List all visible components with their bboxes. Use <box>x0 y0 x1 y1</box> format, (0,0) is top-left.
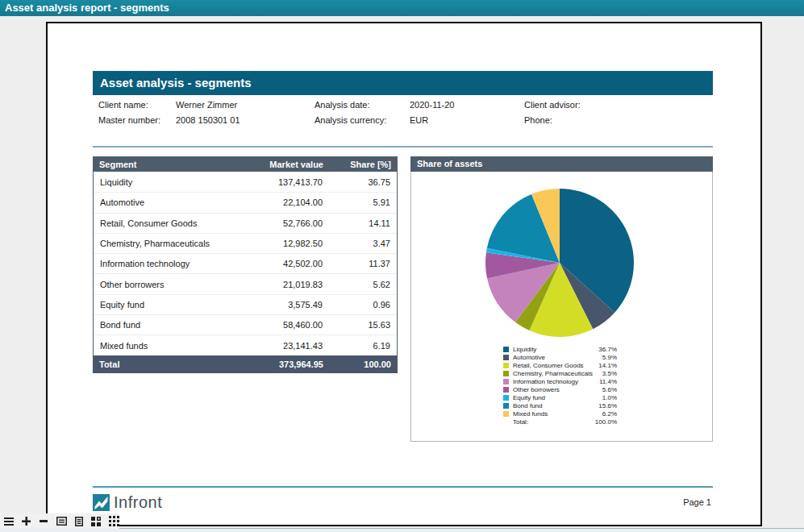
legend-label: Bond fund <box>513 402 581 409</box>
table-cell: 14.11 <box>323 218 397 228</box>
legend-row: Bond fund15.6% <box>503 401 617 409</box>
client-name-label: Client name: <box>98 100 148 111</box>
report-page: Asset analysis - segments Client name: W… <box>46 22 762 526</box>
legend-swatch <box>503 403 509 409</box>
legend-label: Information technology <box>513 378 581 385</box>
fit-width-icon[interactable] <box>56 516 67 527</box>
legend-label: Retail, Consumer Goods <box>513 362 581 369</box>
legend-row: Liquidity36.7% <box>503 345 617 353</box>
phone-label: Phone: <box>524 115 552 127</box>
pie-legend: Liquidity36.7%Automotive5.9%Retail, Cons… <box>503 345 617 426</box>
table-cell: 11.37 <box>323 259 397 268</box>
table-cell: Mixed funds <box>94 341 230 351</box>
table-cell: Equity fund <box>94 300 230 310</box>
two-page-view-icon[interactable] <box>91 516 102 527</box>
table-row: Automotive22,104.005.91 <box>94 192 397 212</box>
table-cell: 21,019.83 <box>230 280 323 289</box>
legend-row: Total:100.0% <box>503 418 617 426</box>
fit-page-icon[interactable] <box>73 516 85 527</box>
table-cell: 3,575.49 <box>230 300 323 310</box>
legend-swatch <box>503 387 509 393</box>
table-cell: Automotive <box>94 197 230 207</box>
segment-table: Segment Market value Share [%] Liquidity… <box>93 156 398 373</box>
table-row: Bond fund58,460.0015.63 <box>94 314 397 335</box>
table-cell: 0.96 <box>323 300 397 310</box>
table-row: Mixed funds23,141.436.19 <box>94 335 397 355</box>
total-label: Total <box>93 360 231 369</box>
legend-percent: 14.1% <box>581 362 617 369</box>
table-cell: 5.91 <box>323 197 397 207</box>
zoom-out-icon[interactable] <box>38 516 49 527</box>
legend-label: Total: <box>513 418 581 426</box>
table-row: Liquidity137,413.7036.75 <box>94 172 397 192</box>
legend-swatch <box>503 411 509 417</box>
legend-row: Chemistry, Pharmaceuticals3.5% <box>503 369 617 377</box>
col-header-share: Share [%] <box>323 160 398 169</box>
col-header-segment: Segment <box>93 160 231 169</box>
table-cell: 12,982.50 <box>230 239 323 248</box>
viewer-toolbar <box>0 513 119 529</box>
multi-page-view-icon[interactable] <box>108 516 119 527</box>
analysis-date-label: Analysis date: <box>315 100 369 111</box>
page-number: Page 1 <box>683 497 711 507</box>
table-cell: 36.75 <box>323 177 397 187</box>
analysis-date-value: 2020-11-20 <box>410 100 454 111</box>
legend-swatch <box>503 363 509 368</box>
legend-label: Other borrowers <box>513 386 581 393</box>
pie-chart <box>478 181 641 344</box>
table-row: Equity fund3,575.490.96 <box>94 294 397 314</box>
table-cell: 22,104.00 <box>230 197 323 207</box>
total-share: 100.00 <box>323 360 398 369</box>
zoom-in-icon[interactable] <box>21 516 32 527</box>
legend-label: Automotive <box>513 354 581 361</box>
legend-percent: 15.6% <box>581 402 617 409</box>
analysis-currency-value: EUR <box>410 115 428 127</box>
chart-area: Liquidity36.7%Automotive5.9%Retail, Cons… <box>410 172 713 442</box>
segment-table-body: Liquidity137,413.7036.75Automotive22,104… <box>93 172 398 355</box>
legend-percent: 36.7% <box>581 346 617 353</box>
legend-percent: 11.4% <box>581 378 617 385</box>
legend-row: Information technology11.4% <box>503 377 617 385</box>
legend-row: Equity fund1.0% <box>503 393 617 401</box>
table-cell: 23,141.43 <box>230 341 323 351</box>
legend-row: Automotive5.9% <box>503 353 617 361</box>
legend-row: Mixed funds6.2% <box>503 409 617 418</box>
legend-swatch <box>503 419 509 425</box>
legend-percent: 100.0% <box>581 418 617 426</box>
share-of-assets-panel: Share of assets Liquidity36.7%Automotive… <box>410 156 713 442</box>
table-cell: 6.19 <box>323 341 397 351</box>
legend-percent: 6.2% <box>581 410 617 418</box>
table-cell: Liquidity <box>94 177 230 187</box>
table-cell: 58,460.00 <box>230 320 323 330</box>
footer-divider <box>93 486 713 488</box>
segment-table-total-row: Total 373,964.95 100.00 <box>93 355 398 373</box>
legend-percent: 5.9% <box>581 354 617 361</box>
table-cell: Chemistry, Pharmaceuticals <box>94 239 230 248</box>
window-bottom-edge <box>0 528 804 532</box>
legend-label: Equity fund <box>513 394 581 401</box>
legend-label: Liquidity <box>513 346 581 353</box>
table-row: Other borrowers21,019.835.62 <box>94 273 397 293</box>
infront-logo-text: Infront <box>114 493 162 512</box>
legend-swatch <box>503 347 509 352</box>
table-cell: 5.62 <box>323 280 397 289</box>
report-title: Asset analysis - segments <box>93 71 713 95</box>
table-cell: Bond fund <box>94 320 230 330</box>
legend-swatch <box>503 379 509 384</box>
legend-row: Retail, Consumer Goods14.1% <box>503 361 617 369</box>
table-cell: Retail, Consumer Goods <box>94 218 230 228</box>
table-cell: 15.63 <box>323 320 397 330</box>
legend-label: Chemistry, Pharmaceuticals <box>513 370 581 377</box>
table-cell: 42,502.00 <box>230 259 323 268</box>
client-advisor-label: Client advisor: <box>524 100 581 111</box>
legend-swatch <box>503 395 509 401</box>
total-market-value: 373,964.95 <box>231 360 323 369</box>
table-cell: 52,766.00 <box>230 218 323 228</box>
table-row: Chemistry, Pharmaceuticals12,982.503.47 <box>94 233 397 253</box>
chart-panel-title: Share of assets <box>410 156 713 172</box>
section-divider <box>93 146 713 148</box>
master-number-label: Master number: <box>98 115 160 127</box>
col-header-market-value: Market value <box>231 160 323 169</box>
menu-icon[interactable] <box>3 516 15 527</box>
legend-percent: 1.0% <box>581 394 617 401</box>
